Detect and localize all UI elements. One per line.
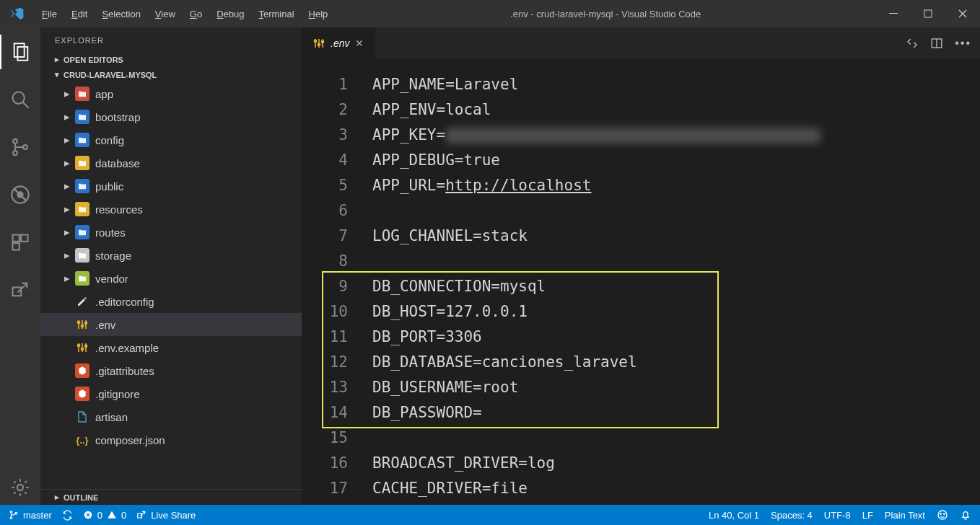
chevron-right-icon: ▸	[62, 156, 72, 169]
window-title: .env - crud-laravel-mysql - Visual Studi…	[335, 9, 876, 19]
status-position[interactable]: Ln 40, Col 1	[709, 510, 759, 521]
code-line-11[interactable]: DB_PORT=3306	[372, 325, 980, 350]
menu-debug[interactable]: Debug	[209, 9, 251, 19]
status-encoding[interactable]: UTF-8	[824, 510, 851, 521]
tree-item-bootstrap[interactable]: ▸bootstrap	[40, 105, 302, 128]
tree-item-config[interactable]: ▸config	[40, 128, 302, 151]
tree-item-routes[interactable]: ▸routes	[40, 221, 302, 244]
code-line-17[interactable]: CACHE_DRIVER=file	[372, 476, 980, 501]
tab-env[interactable]: .env ✕	[302, 27, 375, 59]
status-feedback-icon[interactable]	[937, 509, 948, 521]
code-line-8[interactable]	[372, 249, 980, 274]
code-line-7[interactable]: LOG_CHANNEL=stack	[372, 224, 980, 249]
minimize-button[interactable]	[876, 0, 911, 27]
tree-item-artisan[interactable]: artisan	[40, 405, 302, 428]
tree-item-envexample[interactable]: .env.example	[40, 336, 302, 359]
tree-item-label: .env.example	[92, 342, 159, 354]
svg-rect-1	[924, 10, 932, 17]
status-problems[interactable]: 0 0	[83, 510, 126, 521]
status-liveshare[interactable]: Live Share	[136, 510, 196, 521]
tree-item-composerjson[interactable]: {..}composer.json	[40, 428, 302, 451]
activity-liveshare[interactable]	[0, 273, 40, 307]
menu-edit[interactable]: Edit	[64, 9, 95, 19]
svg-point-38	[10, 511, 12, 513]
tree-item-storage[interactable]: ▸storage	[40, 244, 302, 267]
tree-item-label: .gitignore	[92, 388, 140, 400]
menu-selection[interactable]: Selection	[95, 9, 147, 19]
tree-item-gitignore[interactable]: .gitignore	[40, 382, 302, 405]
code-line-12[interactable]: DB_DATABASE=canciones_laravel	[372, 350, 980, 375]
status-bell-icon[interactable]	[960, 509, 971, 521]
menu-help[interactable]: Help	[302, 9, 336, 19]
svg-rect-12	[21, 235, 27, 242]
maximize-button[interactable]	[911, 0, 945, 27]
chevron-right-icon: ▸	[62, 133, 72, 146]
code-line-16[interactable]: BROADCAST_DRIVER=log	[372, 451, 980, 476]
activity-explorer[interactable]	[0, 35, 40, 69]
code-line-3[interactable]: APP_KEY=	[372, 123, 980, 148]
tree-item-vendor[interactable]: ▸vendor	[40, 267, 302, 290]
folder-icon	[75, 248, 89, 262]
section-outline[interactable]: ▸ OUTLINE	[40, 489, 302, 505]
code-line-14[interactable]: DB_PASSWORD=	[372, 400, 980, 425]
tree-item-app[interactable]: ▸app	[40, 82, 302, 105]
more-icon[interactable]: •••	[955, 37, 971, 50]
close-button[interactable]	[945, 0, 980, 27]
activity-debug[interactable]	[0, 177, 40, 212]
tree-item-label: .gitattributes	[92, 365, 154, 377]
file-icon	[75, 387, 89, 401]
compare-icon[interactable]	[906, 37, 919, 50]
status-branch[interactable]: master	[9, 510, 52, 521]
menu-view[interactable]: View	[148, 9, 183, 19]
status-sync[interactable]	[62, 510, 73, 521]
status-eol[interactable]: LF	[862, 510, 873, 521]
svg-point-39	[10, 517, 12, 519]
chevron-right-icon: ▸	[62, 272, 72, 285]
url-link[interactable]: http://localhost	[445, 177, 591, 194]
svg-point-45	[944, 513, 945, 514]
code-line-2[interactable]: APP_ENV=local	[372, 97, 980, 123]
activity-search[interactable]	[0, 82, 40, 117]
tree-item-resources[interactable]: ▸resources	[40, 198, 302, 221]
code-line-10[interactable]: DB_HOST=127.0.0.1	[372, 299, 980, 325]
svg-point-7	[13, 151, 17, 155]
menu-terminal[interactable]: Terminal	[251, 9, 301, 19]
tab-close-icon[interactable]: ✕	[355, 38, 364, 49]
sliders-icon	[313, 38, 325, 49]
svg-rect-13	[13, 243, 19, 250]
tree-item-label: app	[92, 88, 113, 100]
tree-item-label: vendor	[92, 273, 128, 285]
tree-item-label: public	[92, 180, 123, 193]
file-icon	[75, 317, 89, 332]
code-line-15[interactable]	[372, 425, 980, 451]
code-line-13[interactable]: DB_USERNAME=root	[372, 375, 980, 400]
status-language[interactable]: Plain Text	[885, 510, 925, 521]
code-line-4[interactable]: APP_DEBUG=true	[372, 148, 980, 173]
activity-settings[interactable]	[0, 470, 40, 505]
menu-file[interactable]: File	[35, 9, 64, 19]
tree-item-gitattributes[interactable]: .gitattributes	[40, 359, 302, 382]
section-open-editors[interactable]: ▸ OPEN EDITORS	[40, 52, 302, 67]
svg-point-44	[940, 513, 941, 514]
svg-rect-11	[13, 235, 19, 242]
status-spaces[interactable]: Spaces: 4	[771, 510, 813, 521]
code-line-18[interactable]: QUEUE_CONNECTION=sync	[372, 501, 980, 505]
tree-item-env[interactable]: .env	[40, 313, 302, 336]
code-line-5[interactable]: APP_URL=http://localhost	[372, 173, 980, 198]
code-line-1[interactable]: APP_NAME=Laravel	[372, 72, 980, 97]
section-workspace[interactable]: ▾ CRUD-LARAVEL-MYSQL	[40, 67, 302, 82]
tree-item-editorconfig[interactable]: .editorconfig	[40, 290, 302, 313]
svg-point-43	[938, 511, 947, 519]
code-line-6[interactable]	[372, 198, 980, 224]
vscode-logo	[0, 6, 35, 21]
menu-go[interactable]: Go	[183, 9, 209, 19]
svg-point-8	[23, 145, 27, 149]
file-icon	[75, 340, 89, 355]
split-editor-icon[interactable]	[930, 37, 943, 50]
tree-item-public[interactable]: ▸public	[40, 175, 302, 198]
activity-extensions[interactable]	[0, 225, 40, 260]
tree-item-database[interactable]: ▸database	[40, 151, 302, 175]
code-line-9[interactable]: DB_CONNECTION=mysql	[372, 274, 980, 299]
svg-point-19	[77, 321, 79, 323]
activity-source-control[interactable]	[0, 130, 40, 164]
